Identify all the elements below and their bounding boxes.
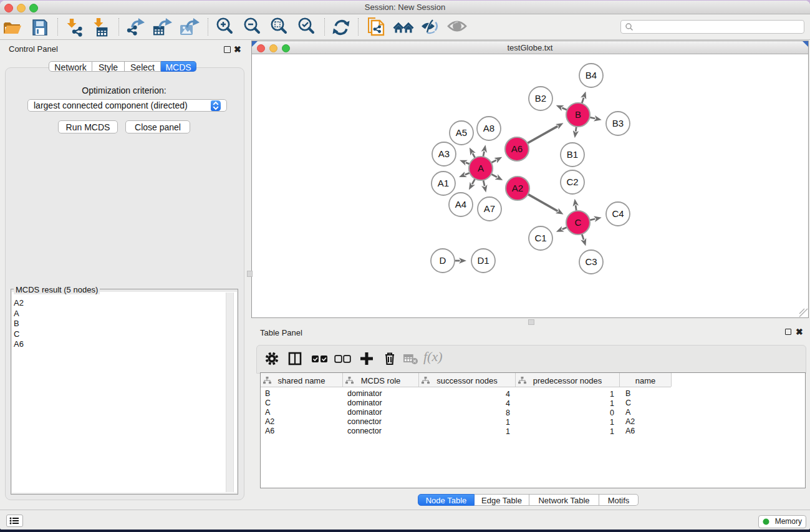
svg-text:D1: D1 [477, 255, 489, 266]
svg-text:A2: A2 [512, 183, 523, 193]
svg-text:A8: A8 [483, 123, 494, 133]
svg-text:B2: B2 [535, 93, 546, 104]
svg-text:A5: A5 [456, 127, 467, 138]
svg-text:A7: A7 [484, 203, 495, 214]
svg-text:B4: B4 [586, 70, 597, 80]
svg-text:C2: C2 [566, 177, 578, 187]
svg-text:B1: B1 [567, 149, 578, 160]
svg-text:A1: A1 [438, 178, 449, 188]
svg-text:C: C [575, 217, 582, 228]
svg-text:A: A [478, 163, 484, 173]
svg-text:A6: A6 [511, 143, 523, 154]
svg-text:A4: A4 [455, 199, 466, 210]
svg-text:C3: C3 [585, 256, 597, 267]
svg-text:C1: C1 [534, 233, 546, 243]
svg-text:B: B [575, 109, 581, 120]
svg-text:B3: B3 [612, 118, 624, 128]
svg-text:D: D [440, 255, 446, 266]
svg-text:A3: A3 [438, 148, 450, 159]
svg-text:C4: C4 [612, 208, 624, 219]
